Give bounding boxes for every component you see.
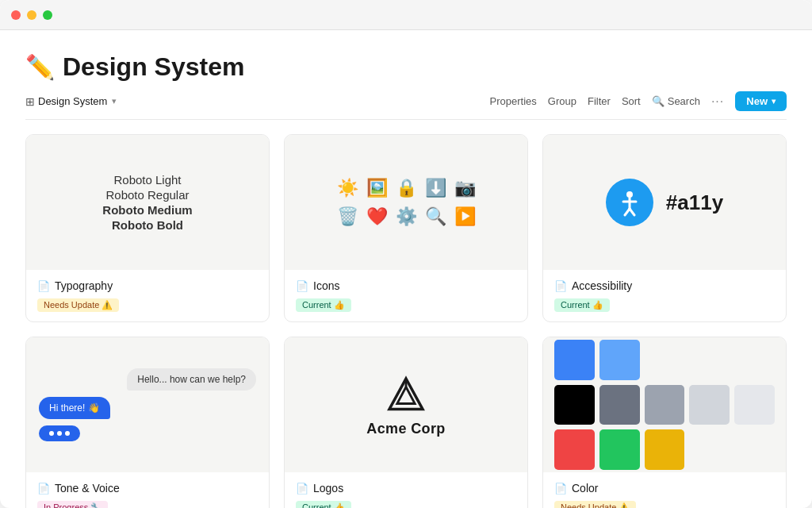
swatch-lightblue bbox=[599, 340, 640, 380]
chat-preview: Hello... how can we help? Hi there! 👋 bbox=[26, 356, 269, 454]
card-icons[interactable]: ☀️ 🖼️ 🔒 ⬇️ 📷 🗑️ ❤️ ⚙️ 🔍 ▶️ 📄 Icons bbox=[284, 134, 528, 322]
swatch-empty-4 bbox=[689, 429, 730, 470]
card-title: Color bbox=[572, 482, 598, 495]
swatch-empty-5 bbox=[734, 429, 775, 470]
typo-regular: Roboto Regular bbox=[105, 188, 189, 202]
accessibility-person-icon bbox=[615, 188, 644, 217]
status-badge: Current 👍 bbox=[554, 298, 610, 312]
titlebar bbox=[0, 0, 812, 30]
filter-button[interactable]: Filter bbox=[588, 95, 611, 107]
swatch-empty-2 bbox=[689, 340, 730, 380]
doc-icon: 📄 bbox=[37, 280, 50, 292]
a11y-text: #a11y bbox=[666, 190, 723, 215]
status-badge: Needs Update ⚠️ bbox=[554, 501, 636, 508]
minimize-button[interactable] bbox=[27, 10, 36, 20]
icons-preview: ☀️ 🖼️ 🔒 ⬇️ 📷 🗑️ ❤️ ⚙️ 🔍 ▶️ bbox=[329, 170, 484, 235]
status-badge: In Progress 🔧 bbox=[37, 501, 108, 508]
breadcrumb[interactable]: ⊞ Design System ▾ bbox=[25, 95, 117, 108]
card-title-row: 📄 Tone & Voice bbox=[37, 482, 258, 495]
card-typography[interactable]: Roboto Light Roboto Regular Roboto Mediu… bbox=[25, 134, 270, 322]
swatch-red bbox=[554, 429, 595, 470]
card-body-accessibility: 📄 Accessibility Current 👍 bbox=[543, 270, 786, 321]
card-preview-color bbox=[543, 337, 786, 472]
acme-logo-icon bbox=[384, 373, 428, 418]
card-preview-tone: Hello... how can we help? Hi there! 👋 bbox=[26, 337, 269, 472]
search-label: Search bbox=[668, 95, 700, 107]
chat-dot-1 bbox=[49, 431, 54, 436]
card-body-logos: 📄 Logos Current 👍 bbox=[285, 472, 527, 508]
card-body-color: 📄 Color Needs Update ⚠️ bbox=[543, 472, 786, 508]
doc-icon: 📄 bbox=[296, 280, 308, 292]
grid-icon: ⊞ bbox=[25, 95, 35, 108]
card-preview-accessibility: #a11y bbox=[543, 135, 786, 270]
status-badge: Current 👍 bbox=[296, 298, 351, 312]
search-icon: 🔍 bbox=[425, 206, 446, 227]
close-button[interactable] bbox=[11, 10, 21, 20]
camera-icon: 📷 bbox=[454, 178, 476, 198]
swatch-green bbox=[599, 429, 640, 470]
toolbar: ⊞ Design System ▾ Properties Group Filte… bbox=[25, 91, 787, 120]
card-title-row: 📄 Logos bbox=[296, 482, 516, 495]
card-title-row: 📄 Color bbox=[554, 482, 775, 495]
typo-medium: Roboto Medium bbox=[102, 203, 192, 217]
page-title: Design System bbox=[63, 52, 244, 82]
search-button[interactable]: 🔍 Search bbox=[652, 95, 700, 107]
card-title-row: 📄 Icons bbox=[296, 279, 516, 292]
cards-grid: Roboto Light Roboto Regular Roboto Mediu… bbox=[25, 134, 787, 508]
new-button[interactable]: New ▾ bbox=[735, 91, 787, 111]
swatch-yellow bbox=[645, 429, 685, 470]
accessibility-preview: #a11y bbox=[606, 179, 723, 226]
properties-button[interactable]: Properties bbox=[490, 95, 537, 107]
chat-dot-3 bbox=[65, 431, 70, 436]
card-logos[interactable]: Acme Corp 📄 Logos Current 👍 bbox=[284, 337, 528, 508]
swatch-black bbox=[554, 385, 595, 425]
typo-bold: Roboto Bold bbox=[112, 218, 183, 232]
card-title-row: 📄 Accessibility bbox=[554, 279, 775, 292]
card-accessibility[interactable]: #a11y 📄 Accessibility Current 👍 bbox=[542, 134, 787, 322]
swatch-empty-3 bbox=[734, 340, 775, 380]
status-badge: Current 👍 bbox=[296, 501, 351, 508]
svg-line-4 bbox=[630, 209, 634, 215]
download-icon: ⬇️ bbox=[425, 178, 446, 198]
lock-icon: 🔒 bbox=[396, 178, 417, 198]
typo-light: Roboto Light bbox=[113, 173, 181, 187]
image-icon: 🖼️ bbox=[366, 178, 388, 198]
swatch-gray3 bbox=[689, 385, 730, 425]
doc-icon: 📄 bbox=[554, 483, 567, 495]
more-options-button[interactable]: ··· bbox=[711, 94, 724, 109]
card-body-tone: 📄 Tone & Voice In Progress 🔧 bbox=[26, 472, 269, 508]
card-preview-typography: Roboto Light Roboto Regular Roboto Mediu… bbox=[26, 135, 269, 270]
card-tone-voice[interactable]: Hello... how can we help? Hi there! 👋 📄 … bbox=[25, 337, 270, 508]
card-title: Logos bbox=[313, 482, 343, 495]
breadcrumb-label[interactable]: Design System bbox=[38, 95, 107, 107]
toolbar-actions: Properties Group Filter Sort 🔍 Search ··… bbox=[490, 91, 787, 111]
heart-icon: ❤️ bbox=[366, 206, 388, 227]
card-preview-logos: Acme Corp bbox=[285, 337, 527, 472]
status-badge: Needs Update ⚠️ bbox=[37, 298, 119, 312]
sort-button[interactable]: Sort bbox=[622, 95, 641, 107]
card-color[interactable]: 📄 Color Needs Update ⚠️ bbox=[542, 337, 787, 508]
chevron-down-icon: ▾ bbox=[112, 96, 117, 106]
swatch-blue bbox=[554, 340, 595, 380]
maximize-button[interactable] bbox=[43, 10, 52, 20]
group-button[interactable]: Group bbox=[548, 95, 576, 107]
typography-preview: Roboto Light Roboto Regular Roboto Mediu… bbox=[102, 173, 192, 232]
chat-typing-indicator bbox=[39, 425, 80, 441]
card-title: Accessibility bbox=[572, 279, 632, 292]
new-label: New bbox=[746, 95, 768, 107]
chat-bubble-blue: Hi there! 👋 bbox=[39, 397, 110, 419]
color-grid bbox=[554, 340, 775, 470]
gear-icon: ⚙️ bbox=[396, 206, 417, 227]
play-icon: ▶️ bbox=[454, 206, 476, 227]
swatch-empty-1 bbox=[645, 340, 685, 380]
trash-icon: 🗑️ bbox=[337, 206, 358, 227]
sun-icon: ☀️ bbox=[337, 178, 358, 198]
card-body-typography: 📄 Typography Needs Update ⚠️ bbox=[26, 270, 269, 321]
card-body-icons: 📄 Icons Current 👍 bbox=[285, 270, 527, 321]
page-header: ✏️ Design System bbox=[25, 30, 787, 91]
card-title: Typography bbox=[55, 279, 113, 292]
card-preview-icons: ☀️ 🖼️ 🔒 ⬇️ 📷 🗑️ ❤️ ⚙️ 🔍 ▶️ bbox=[285, 135, 527, 270]
logos-preview: Acme Corp bbox=[366, 373, 445, 437]
doc-icon: 📄 bbox=[37, 483, 50, 495]
a11y-circle bbox=[606, 179, 653, 226]
